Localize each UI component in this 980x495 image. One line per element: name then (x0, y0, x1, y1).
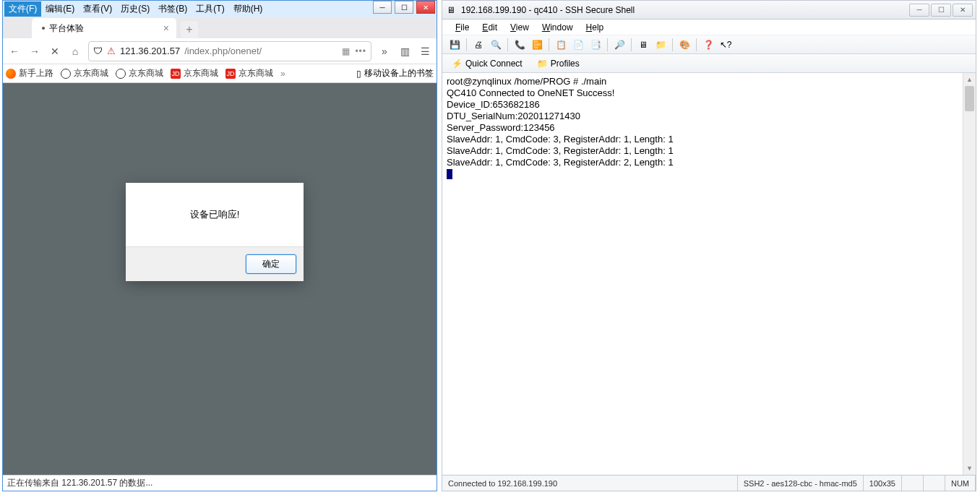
alert-message: 设备已响应! (126, 183, 304, 246)
bookmark-jd4[interactable]: JD京东商城 (225, 67, 273, 79)
firefox-window: 文件(F) 编辑(E) 查看(V) 历史(S) 书签(B) 工具(T) 帮助(H… (2, 0, 437, 491)
jd-icon: JD (225, 69, 236, 79)
forward-button[interactable]: → (27, 44, 42, 59)
overflow-icon[interactable]: » (377, 44, 392, 59)
browser-tab[interactable]: 平台体验 × (32, 18, 176, 38)
ssh-menubar: File Edit View Window Help (442, 20, 976, 35)
save-icon[interactable]: 💾 (447, 37, 463, 53)
quick-connect-button[interactable]: ⚡ Quick Connect (447, 56, 528, 71)
bookmark-jd3[interactable]: JD京东商城 (171, 67, 218, 79)
status-bar: 正在传输来自 121.36.201.57 的数据... (3, 475, 437, 491)
ssh-toolbar: 💾 🖨 🔍 📞 📴 📋 📄 📑 🔎 🖥 📁 🎨 ❓ ↖? (442, 35, 976, 54)
bookmarks-overflow-icon[interactable]: » (280, 69, 285, 79)
page-actions-icon[interactable]: ••• (355, 46, 366, 56)
bookmark-jd2[interactable]: 京东商城 (116, 67, 163, 79)
print-icon[interactable]: 🖨 (470, 37, 486, 53)
folder-icon: 📁 (537, 59, 548, 69)
bookmark-jd1[interactable]: 京东商城 (61, 67, 108, 79)
tab-title: 平台体验 (49, 22, 84, 35)
help-icon[interactable]: ❓ (700, 37, 716, 53)
new-terminal-icon[interactable]: 🖥 (635, 37, 651, 53)
menu-tools[interactable]: 工具(T) (192, 1, 228, 17)
firefox-toolbar: ← → ✕ ⌂ 🛡 ⚠ 121.36.201.57/index.php/onen… (3, 38, 437, 64)
menu-help[interactable]: Help (580, 21, 610, 34)
alert-ok-button[interactable]: 确定 (246, 254, 296, 274)
minimize-button[interactable]: ─ (373, 1, 392, 14)
menu-file[interactable]: File (450, 21, 475, 34)
ssh-window: 🖥 192.168.199.190 - qc410 - SSH Secure S… (442, 0, 976, 491)
profiles-button[interactable]: 📁 Profiles (532, 56, 585, 71)
ssh-app-icon: 🖥 (445, 4, 457, 16)
status-cipher: SSH2 - aes128-cbc - hmac-md5 (738, 475, 864, 491)
close-button[interactable]: ✕ (953, 4, 973, 17)
bookmarks-bar: 新手上路 京东商城 京东商城 JD京东商城 JD京东商城 » ▯移动设备上的书签 (3, 64, 437, 83)
tab-indicator-icon (42, 27, 45, 30)
menu-view[interactable]: 查看(V) (79, 1, 116, 17)
mobile-icon: ▯ (356, 69, 361, 79)
status-indicator2 (924, 475, 945, 491)
new-ftp-icon[interactable]: 📁 (653, 37, 669, 53)
menu-edit[interactable]: 编辑(E) (41, 1, 79, 17)
status-size: 100x35 (864, 475, 902, 491)
back-button[interactable]: ← (7, 44, 22, 59)
url-path: /index.php/onenet/ (184, 46, 262, 56)
library-icon[interactable]: ▥ (397, 44, 412, 59)
paste-select-icon[interactable]: 📑 (588, 37, 603, 53)
alert-dialog: 设备已响应! 确定 (126, 183, 304, 281)
menu-edit[interactable]: Edit (476, 21, 503, 34)
url-domain: 121.36.201.57 (120, 46, 180, 56)
stop-button[interactable]: ✕ (48, 44, 62, 59)
minimize-button[interactable]: ─ (909, 4, 929, 17)
terminal-cursor (447, 169, 452, 179)
menu-history[interactable]: 历史(S) (116, 1, 154, 17)
whats-this-icon[interactable]: ↖? (718, 37, 734, 53)
ssh-terminal[interactable]: root@zynqlinux /home/PROG # ./main QC410… (442, 73, 976, 475)
tab-close-icon[interactable]: × (163, 22, 169, 34)
menu-view[interactable]: View (504, 21, 535, 34)
menu-bookmarks[interactable]: 书签(B) (154, 1, 192, 17)
home-button[interactable]: ⌂ (68, 44, 82, 59)
menu-window[interactable]: Window (536, 21, 579, 34)
copy-icon[interactable]: 📋 (553, 37, 569, 53)
scroll-up-icon[interactable]: ▲ (963, 73, 976, 86)
ssh-profile-bar: ⚡ Quick Connect 📁 Profiles (442, 54, 976, 73)
disconnect-icon[interactable]: 📴 (529, 37, 545, 53)
globe-icon (116, 69, 126, 79)
scroll-thumb[interactable] (965, 86, 974, 111)
status-text: 正在传输来自 121.36.201.57 的数据... (7, 477, 152, 489)
find-icon[interactable]: 🔎 (611, 37, 627, 53)
mobile-bookmarks[interactable]: ▯移动设备上的书签 (356, 67, 434, 79)
firefox-tabstrip: 平台体验 × + (3, 17, 437, 38)
jd-icon: JD (171, 69, 181, 79)
url-bar[interactable]: 🛡 ⚠ 121.36.201.57/index.php/onenet/ ▦ ••… (88, 41, 371, 61)
status-indicator1 (902, 475, 924, 491)
shield-icon: 🛡 (93, 46, 103, 56)
ssh-titlebar: 🖥 192.168.199.190 - qc410 - SSH Secure S… (442, 1, 976, 20)
status-num: NUM (945, 475, 976, 491)
paste-icon[interactable]: 📄 (570, 37, 586, 53)
globe-icon (61, 69, 71, 79)
menu-file[interactable]: 文件(F) (4, 1, 41, 17)
new-tab-button[interactable]: + (181, 21, 198, 38)
ssh-window-title: 192.168.199.190 - qc410 - SSH Secure She… (461, 5, 635, 15)
close-button[interactable]: ✕ (416, 1, 435, 14)
terminal-output: root@zynqlinux /home/PROG # ./main QC410… (442, 73, 976, 182)
status-connected: Connected to 192.168.199.190 (442, 475, 738, 491)
firefox-menubar: 文件(F) 编辑(E) 查看(V) 历史(S) 书签(B) 工具(T) 帮助(H… (3, 1, 437, 17)
hamburger-menu-icon[interactable]: ☰ (418, 44, 432, 59)
connect-icon[interactable]: 📞 (512, 37, 528, 53)
scroll-down-icon[interactable]: ▼ (963, 462, 976, 475)
bookmark-getting-started[interactable]: 新手上路 (6, 67, 53, 79)
reader-icon[interactable]: ▦ (342, 46, 351, 56)
print-preview-icon[interactable]: 🔍 (488, 37, 504, 53)
menu-help[interactable]: 帮助(H) (229, 1, 267, 17)
maximize-button[interactable]: ☐ (395, 1, 413, 14)
maximize-button[interactable]: ☐ (931, 4, 951, 17)
insecure-icon: ⚠ (107, 46, 116, 56)
page-content: 设备已响应! 确定 (3, 83, 437, 475)
colors-icon[interactable]: 🎨 (676, 37, 692, 53)
firefox-icon (6, 69, 16, 79)
lightning-icon: ⚡ (452, 59, 463, 69)
ssh-status-bar: Connected to 192.168.199.190 SSH2 - aes1… (442, 475, 976, 491)
scrollbar[interactable]: ▲ ▼ (963, 73, 976, 475)
